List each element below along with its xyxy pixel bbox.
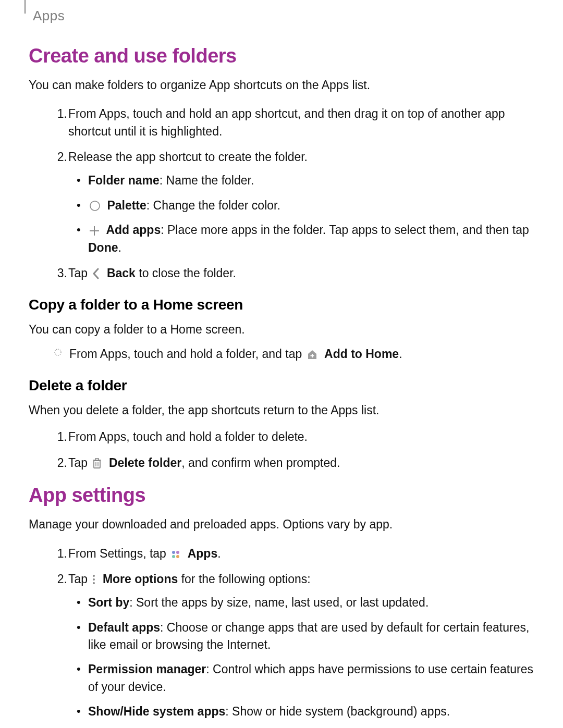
delete-step-2: 2. Tap Delete folder, and confirm when p…	[29, 454, 534, 472]
period: .	[399, 347, 402, 361]
apps-label: Apps	[188, 547, 218, 560]
step-text: From Apps, touch and hold a folder to de…	[68, 430, 308, 443]
step-number: 3.	[54, 265, 67, 282]
folders-steps: 1. From Apps, touch and hold an app shor…	[29, 105, 534, 282]
step-number: 1.	[54, 545, 67, 562]
subheading-copy-folder: Copy a folder to a Home screen	[29, 294, 534, 316]
folders-step-2-bullets: Folder name: Name the folder. Palette: C…	[68, 172, 534, 256]
bullet-show-hide-system: Show/Hide system apps: Show or hide syst…	[68, 703, 534, 720]
period: .	[217, 547, 221, 560]
step-text: From Apps, touch and hold an app shortcu…	[68, 107, 505, 138]
bullet-palette: Palette: Change the folder color.	[68, 197, 534, 214]
folders-step-3: 3. Tap Back to close the folder.	[29, 265, 534, 282]
app-settings-intro: Manage your downloaded and preloaded app…	[29, 516, 534, 533]
step-text-b: , and confirm when prompted.	[181, 456, 340, 470]
step-text-a: Tap	[68, 456, 91, 470]
delete-folder-label: Delete folder	[109, 456, 181, 470]
folders-step-2: 2. Release the app shortcut to create th…	[29, 149, 534, 256]
svg-point-17	[93, 582, 95, 584]
bullet-label: Show/Hide system apps	[88, 705, 225, 718]
step-number: 1.	[54, 428, 67, 446]
copy-folder-instruction: From Apps, touch and hold a folder, and …	[29, 346, 534, 363]
back-chevron-icon	[92, 268, 100, 279]
more-options-label: More options	[103, 572, 178, 586]
breadcrumb-tick	[25, 0, 26, 14]
copy-text-a: From Apps, touch and hold a folder, and …	[69, 347, 305, 361]
hollow-bullet-icon	[54, 348, 62, 356]
bullet-label: Default apps	[88, 621, 160, 634]
bullet-sort-by: Sort by: Sort the apps by size, name, la…	[68, 594, 534, 611]
bullet-rest: : Place more apps in the folder. Tap app…	[161, 223, 529, 237]
step-text-a: Tap	[68, 266, 91, 280]
svg-point-14	[176, 555, 179, 558]
app-settings-step-2: 2. Tap More options for the following op…	[29, 571, 534, 720]
manual-page: Apps Create and use folders You can make…	[0, 0, 563, 728]
bullet-rest: : Sort the apps by size, name, last used…	[129, 596, 429, 609]
period: .	[118, 241, 121, 254]
svg-point-0	[90, 201, 100, 211]
copy-folder-intro: You can copy a folder to a Home screen.	[29, 321, 534, 338]
palette-icon	[89, 200, 101, 212]
step-text-b: to close the folder.	[136, 266, 236, 280]
svg-point-3	[55, 349, 61, 355]
trash-icon	[92, 458, 102, 469]
step-number: 2.	[54, 454, 67, 472]
folders-step-1: 1. From Apps, touch and hold an app shor…	[29, 105, 534, 140]
add-home-label: Add to Home	[324, 347, 399, 361]
add-to-home-icon	[307, 349, 318, 360]
breadcrumb: Apps	[29, 0, 534, 29]
breadcrumb-label: Apps	[33, 6, 65, 26]
section-title-folders: Create and use folders	[29, 42, 534, 70]
bullet-folder-name: Folder name: Name the folder.	[68, 172, 534, 189]
svg-point-16	[93, 578, 95, 581]
subheading-delete-folder: Delete a folder	[29, 375, 534, 397]
svg-point-12	[176, 551, 179, 554]
svg-point-15	[93, 575, 95, 577]
more-options-icon	[92, 574, 96, 585]
section-title-app-settings: App settings	[29, 481, 534, 510]
svg-point-11	[172, 551, 175, 554]
plus-icon	[89, 226, 100, 236]
apps-grid-icon	[170, 549, 181, 560]
bullet-permission-manager: Permission manager: Control which apps h…	[68, 661, 534, 696]
back-label: Back	[107, 266, 136, 280]
step-number: 2.	[54, 571, 67, 588]
delete-step-1: 1. From Apps, touch and hold a folder to…	[29, 428, 534, 446]
step-text-b: for the following options:	[178, 572, 310, 586]
bullet-label: Permission manager	[88, 662, 206, 676]
bullet-label: Sort by	[88, 596, 129, 609]
step-text-a: Tap	[68, 572, 91, 586]
app-settings-bullets: Sort by: Sort the apps by size, name, la…	[68, 594, 534, 720]
step-text-a: From Settings, tap	[68, 547, 169, 560]
svg-point-13	[172, 555, 175, 558]
svg-rect-8	[95, 459, 99, 460]
bullet-rest: : Change the folder color.	[146, 199, 280, 212]
bullet-add-apps: Add apps: Place more apps in the folder.…	[68, 221, 534, 256]
svg-rect-6	[94, 461, 100, 468]
app-settings-step-1: 1. From Settings, tap Apps.	[29, 545, 534, 562]
step-text: Release the app shortcut to create the f…	[68, 150, 308, 164]
step-number: 2.	[54, 149, 67, 166]
done-label: Done	[88, 241, 118, 254]
delete-folder-intro: When you delete a folder, the app shortc…	[29, 402, 534, 419]
bullet-label: Folder name	[88, 174, 160, 187]
step-number: 1.	[54, 105, 67, 122]
folders-intro: You can make folders to organize App sho…	[29, 77, 534, 94]
delete-steps: 1. From Apps, touch and hold a folder to…	[29, 428, 534, 472]
bullet-rest: : Name the folder.	[160, 174, 254, 187]
bullet-label: Add apps	[106, 223, 161, 237]
bullet-default-apps: Default apps: Choose or change apps that…	[68, 619, 534, 654]
app-settings-steps: 1. From Settings, tap Apps. 2. Tap	[29, 545, 534, 721]
bullet-rest: : Show or hide system (background) apps.	[225, 705, 450, 718]
bullet-label: Palette	[107, 199, 146, 212]
